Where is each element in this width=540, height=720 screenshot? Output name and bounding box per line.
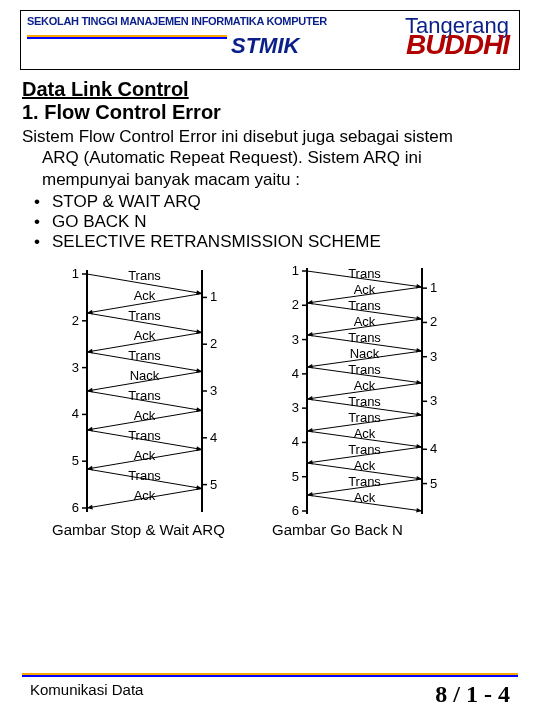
svg-text:Ack: Ack xyxy=(134,328,156,343)
svg-text:6: 6 xyxy=(72,500,79,515)
caption-1: Gambar Stop & Wait ARQ xyxy=(52,521,252,538)
svg-text:Ack: Ack xyxy=(354,378,376,393)
svg-text:1: 1 xyxy=(430,280,437,295)
svg-text:Trans: Trans xyxy=(128,268,161,283)
caption-2: Gambar Go Back N xyxy=(272,521,472,538)
svg-text:Ack: Ack xyxy=(134,408,156,423)
svg-text:Ack: Ack xyxy=(354,490,376,505)
svg-text:Ack: Ack xyxy=(354,282,376,297)
svg-text:Nack: Nack xyxy=(350,346,380,361)
diagrams-row: 12345612345TransAckTransAckTransNackTran… xyxy=(22,262,518,517)
svg-text:5: 5 xyxy=(430,475,437,490)
title-section: 1. Flow Control Error xyxy=(22,101,518,124)
paragraph: Sistem Flow Control Error ini disebut ju… xyxy=(22,126,518,190)
svg-text:Trans: Trans xyxy=(348,362,381,377)
list-item: •GO BACK N xyxy=(22,212,518,232)
svg-text:5: 5 xyxy=(72,453,79,468)
svg-text:4: 4 xyxy=(292,366,299,381)
svg-text:Trans: Trans xyxy=(348,442,381,457)
svg-text:Trans: Trans xyxy=(348,330,381,345)
svg-text:Ack: Ack xyxy=(134,488,156,503)
footer: Komunikasi Data 8 / 1 - 4 xyxy=(0,673,540,708)
svg-text:Trans: Trans xyxy=(128,388,161,403)
para-l2: ARQ (Automatic Repeat Request). Sistem A… xyxy=(42,147,518,168)
svg-text:2: 2 xyxy=(210,336,217,351)
para-l1: Sistem Flow Control Error ini disebut ju… xyxy=(22,127,453,146)
svg-text:Ack: Ack xyxy=(354,458,376,473)
svg-text:Nack: Nack xyxy=(130,368,160,383)
svg-text:Ack: Ack xyxy=(134,288,156,303)
diagram-go-back-n: 12343456123345TransAckTransAckTransNackT… xyxy=(272,262,472,517)
footer-rule xyxy=(22,673,518,677)
bullet-text: GO BACK N xyxy=(52,212,146,232)
svg-text:3: 3 xyxy=(72,359,79,374)
svg-text:1: 1 xyxy=(292,263,299,278)
svg-text:6: 6 xyxy=(292,503,299,517)
footer-left: Komunikasi Data xyxy=(30,681,143,708)
svg-text:Trans: Trans xyxy=(348,410,381,425)
svg-text:2: 2 xyxy=(430,314,437,329)
svg-text:Trans: Trans xyxy=(128,308,161,323)
bullet-text: SELECTIVE RETRANSMISSION SCHEME xyxy=(52,232,381,252)
svg-text:Ack: Ack xyxy=(134,448,156,463)
header-rule xyxy=(27,35,227,39)
svg-text:3: 3 xyxy=(430,393,437,408)
bullet-text: STOP & WAIT ARQ xyxy=(52,192,201,212)
svg-text:4: 4 xyxy=(210,430,217,445)
svg-text:4: 4 xyxy=(430,441,437,456)
svg-text:5: 5 xyxy=(210,476,217,491)
svg-text:2: 2 xyxy=(72,313,79,328)
header-buddhi: BUDDHI xyxy=(406,29,509,61)
page-number: 8 / 1 - 4 xyxy=(435,681,510,708)
svg-text:3: 3 xyxy=(292,400,299,415)
para-l3: mempunyai banyak macam yaitu : xyxy=(42,169,518,190)
svg-text:3: 3 xyxy=(292,331,299,346)
svg-text:Trans: Trans xyxy=(128,428,161,443)
svg-text:1: 1 xyxy=(72,266,79,281)
svg-text:4: 4 xyxy=(72,406,79,421)
svg-text:2: 2 xyxy=(292,297,299,312)
svg-text:4: 4 xyxy=(292,434,299,449)
diagram-stop-wait: 12345612345TransAckTransAckTransNackTran… xyxy=(52,262,252,517)
svg-text:Ack: Ack xyxy=(354,426,376,441)
svg-text:Trans: Trans xyxy=(128,348,161,363)
content: Data Link Control 1. Flow Control Error … xyxy=(22,78,518,538)
svg-text:3: 3 xyxy=(210,383,217,398)
svg-text:Ack: Ack xyxy=(354,314,376,329)
svg-text:3: 3 xyxy=(430,348,437,363)
svg-text:Trans: Trans xyxy=(348,394,381,409)
svg-text:5: 5 xyxy=(292,468,299,483)
svg-text:Trans: Trans xyxy=(348,298,381,313)
title-main: Data Link Control xyxy=(22,78,518,101)
header-stmik: STMIK xyxy=(231,33,299,59)
svg-text:Trans: Trans xyxy=(348,266,381,281)
svg-text:1: 1 xyxy=(210,289,217,304)
list-item: •STOP & WAIT ARQ xyxy=(22,192,518,212)
svg-text:Trans: Trans xyxy=(128,468,161,483)
bullet-list: •STOP & WAIT ARQ •GO BACK N •SELECTIVE R… xyxy=(22,192,518,252)
svg-text:Trans: Trans xyxy=(348,474,381,489)
captions-row: Gambar Stop & Wait ARQ Gambar Go Back N xyxy=(22,521,518,538)
list-item: •SELECTIVE RETRANSMISSION SCHEME xyxy=(22,232,518,252)
header-box: SEKOLAH TINGGI MANAJEMEN INFORMATIKA KOM… xyxy=(20,10,520,70)
